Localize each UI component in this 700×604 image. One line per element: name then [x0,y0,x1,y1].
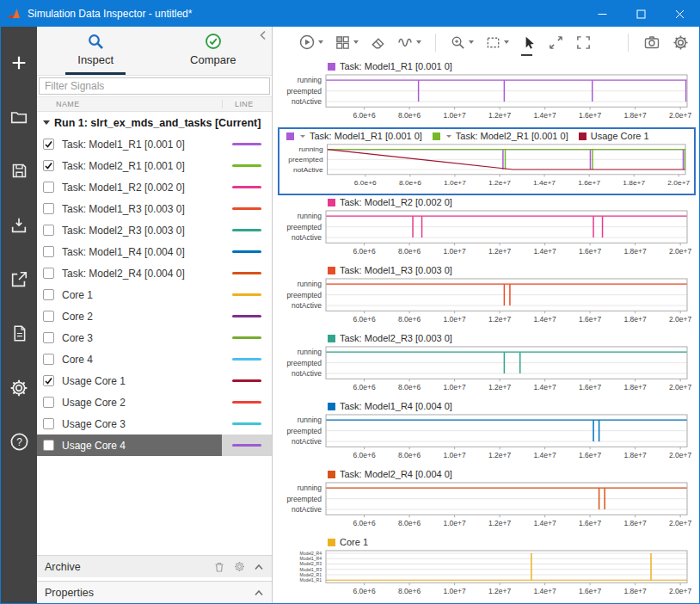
subplot-3[interactable]: Task: Model1_R2 [0.002 0]runningpreempte… [278,195,696,263]
check-circle-icon [205,33,222,50]
legend-item[interactable]: Task: Model2_R1 [0.001 0] [433,131,568,141]
maximize-button[interactable] [622,1,660,27]
tab-compare[interactable]: Compare [155,27,273,75]
legend-item[interactable]: Task: Model2_R4 [0.004 0] [328,469,452,479]
add-run-button[interactable] [1,35,37,89]
signal-checkbox[interactable] [43,440,54,451]
subplot-2[interactable]: Task: Model1_R1 [0.001 0]Task: Model2_R1… [278,127,696,195]
checkmark-icon [44,139,53,149]
caret-down-icon[interactable] [446,135,451,138]
layout-button[interactable] [335,31,359,53]
signal-row[interactable]: Task: Model2_R3 [0.003 0] [37,219,272,241]
signal-row[interactable]: Task: Model1_R4 [0.004 0] [37,241,272,262]
signal-row[interactable]: Core 1 [37,284,272,305]
expand-button[interactable] [548,31,564,53]
import-button[interactable] [1,198,37,252]
signal-row[interactable]: Task: Model1_R3 [0.003 0] [37,198,272,219]
signal-checkbox[interactable] [43,268,54,279]
signal-checkbox[interactable] [43,354,54,365]
subplot-5[interactable]: Task: Model2_R3 [0.003 0]runningpreempte… [278,331,696,399]
save-button[interactable] [1,144,37,198]
title-bar[interactable]: Simulation Data Inspector - untitled* [1,1,699,27]
subplot-8[interactable]: Core 1Model2_R4Model1_R4Model2_R3Model1_… [278,535,696,603]
caret-down-icon[interactable] [300,135,305,138]
chart-canvas[interactable]: runningpreemptednotActive6.0e+68.0e+61.0… [278,345,696,398]
column-headers: NAME LINE [37,97,272,112]
signal-checkbox[interactable] [43,225,54,236]
zoom-button[interactable] [450,31,474,53]
open-button[interactable] [1,89,37,144]
snapshot-button[interactable] [643,31,660,53]
signal-row[interactable]: Task: Model2_R4 [0.004 0] [37,262,272,284]
chart-canvas[interactable]: runningpreemptednotActive6.0e+68.0e+61.0… [278,413,696,465]
export-button[interactable] [1,252,37,306]
legend-item[interactable]: Task: Model1_R1 [0.001 0] [286,131,422,141]
chart-canvas[interactable]: runningpreemptednotActive6.0e+68.0e+61.0… [278,209,696,262]
x-tick-label: 1.2e+7 [488,383,512,391]
chart-canvas[interactable]: Model2_R4Model1_R4Model2_R3Model1_R3Mode… [278,549,696,601]
signal-checkbox[interactable] [43,375,54,386]
collapse-sidebar-button[interactable] [258,29,268,45]
run-group-header[interactable]: Run 1: slrt_ex_mds_and_tasks [Current] [37,112,272,133]
run-options-button[interactable] [298,31,323,53]
signal-checkbox[interactable] [43,418,54,429]
filter-signals-input[interactable] [39,77,270,95]
signal-checkbox[interactable] [43,203,54,214]
preferences-button[interactable] [1,361,37,415]
zoom-region-button[interactable] [485,31,509,53]
legend-item[interactable]: Task: Model1_R1 [0.001 0] [328,61,452,71]
signal-checkbox[interactable] [43,311,54,322]
signal-row[interactable]: Usage Core 1 [37,370,272,391]
signal-label: Task: Model1_R3 [0.003 0] [62,203,222,215]
chart-canvas[interactable]: runningpreemptednotActive6.0e+68.0e+61.0… [278,481,696,533]
properties-label: Properties [45,587,254,599]
minimize-button[interactable] [583,1,622,27]
legend-item[interactable]: Task: Model1_R3 [0.003 0] [328,265,452,275]
clear-plots-button[interactable] [370,31,386,53]
chart-canvas[interactable]: runningpreemptednotActive6.0e+68.0e+61.0… [278,277,696,330]
signal-row[interactable]: Task: Model2_R1 [0.001 0] [37,155,272,176]
signal-row[interactable]: Core 2 [37,305,272,327]
signal-checkbox[interactable] [43,160,54,171]
help-button[interactable]: ? [1,415,37,469]
signal-row[interactable]: Core 3 [37,327,272,348]
subplot-1[interactable]: Task: Model1_R1 [0.001 0]runningpreempte… [278,59,696,127]
properties-bar[interactable]: Properties [37,581,272,603]
chart-canvas[interactable]: runningpreemptednotActive6.0e+68.0e+61.0… [278,73,696,126]
signal-checkbox[interactable] [43,182,54,193]
plot-settings-button[interactable] [672,31,689,53]
signal-row[interactable]: Task: Model1_R2 [0.002 0] [37,176,272,198]
trash-icon[interactable] [213,561,225,573]
subplot-7[interactable]: Task: Model2_R4 [0.004 0]runningpreempte… [278,467,696,535]
signal-checkbox[interactable] [43,397,54,408]
close-button[interactable] [660,1,699,27]
fit-to-view-button[interactable] [575,31,592,53]
pointer-tool-button[interactable] [520,31,537,53]
signal-row[interactable]: Usage Core 2 [37,391,272,413]
signal-row[interactable]: Usage Core 4 [37,435,272,456]
signal-row[interactable]: Task: Model1_R1 [0.001 0] [37,133,272,155]
chevron-up-icon[interactable] [254,589,264,597]
signal-checkbox[interactable] [43,246,54,257]
report-button[interactable] [1,306,37,361]
legend-item[interactable]: Task: Model2_R3 [0.003 0] [328,333,452,343]
subplot-6[interactable]: Task: Model1_R4 [0.004 0]runningpreempte… [278,399,696,467]
legend-item[interactable]: Usage Core 1 [579,131,649,141]
signal-line-cell [222,241,272,262]
signal-checkbox[interactable] [43,139,54,150]
signal-generator-button[interactable] [397,31,421,53]
subplot-4[interactable]: Task: Model1_R3 [0.003 0]runningpreempte… [278,263,696,331]
legend-item[interactable]: Task: Model1_R4 [0.004 0] [328,401,452,411]
legend-item[interactable]: Task: Model1_R2 [0.002 0] [328,197,452,207]
signal-row[interactable]: Core 4 [37,348,272,370]
signal-row[interactable]: Usage Core 3 [37,413,272,435]
chevron-up-icon[interactable] [254,563,264,571]
chart-canvas[interactable]: runningpreemptednotActive6.0e+68.0e+61.0… [279,143,694,192]
archive-bar[interactable]: Archive [37,555,272,577]
signal-checkbox[interactable] [43,332,54,343]
tab-inspect[interactable]: Inspect [37,27,155,75]
legend-item[interactable]: Core 1 [328,537,368,547]
diagonal-arrows-icon [548,34,564,51]
gear-icon[interactable] [234,561,245,572]
signal-checkbox[interactable] [43,289,54,300]
